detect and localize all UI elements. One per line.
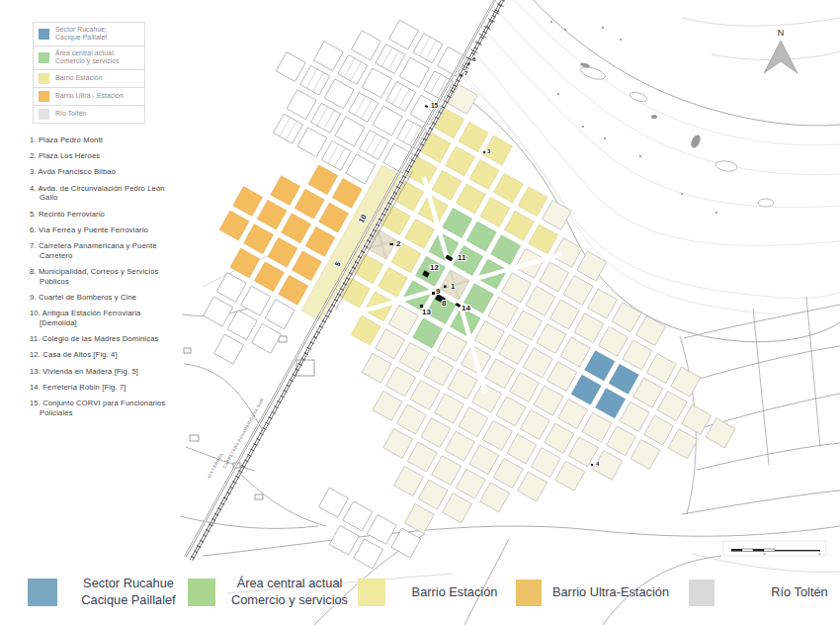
north-arrow-icon	[764, 41, 798, 73]
landmark-footprint	[461, 75, 462, 77]
legend-row: Barrio Ultra - Estación	[34, 87, 144, 105]
bottom-legend-swatch	[516, 580, 542, 606]
legend-label: Barrio Ultra - Estación	[55, 92, 124, 100]
location-item: 1. Plaza Pedro Montt	[30, 135, 176, 145]
bottom-legend-swatch	[188, 579, 215, 606]
legend-label: Barrio Estación	[55, 74, 103, 82]
map-marker-2: 2	[396, 239, 401, 248]
location-item: 3. Avda Francisco Bilbao	[30, 167, 176, 177]
landmark-footprint	[444, 286, 447, 289]
bottom-legend-item: Barrio Ultra-Estación	[516, 574, 670, 611]
legend-label: Río Toltén	[55, 110, 86, 118]
location-item: 11. Colegio de las Madres Dominicas	[30, 334, 176, 344]
landmark-footprint	[432, 292, 435, 295]
map-legend-panel: Sector Rucahue: Cacique PaillalefÁrea ce…	[33, 22, 145, 124]
legend-label: Sector Rucahue: Cacique Paillalef	[55, 26, 107, 43]
north-label: N	[778, 28, 785, 38]
map-marker-1: 1	[451, 282, 456, 291]
bottom-legend-label: Área central actualComercio y servicios	[225, 576, 354, 609]
map-marker-8: 8	[442, 299, 447, 308]
bottom-legend-swatch	[689, 580, 714, 606]
bottom-legend-label: Barrio Ultra-Estación	[551, 584, 670, 601]
landmark-footprint	[483, 151, 485, 153]
landmark-footprint	[591, 464, 593, 466]
map-marker-9: 9	[436, 287, 441, 296]
bottom-legend-swatch	[358, 579, 385, 606]
location-item: 10. Antigua Estación Ferroviaria [Demoli…	[30, 309, 176, 327]
legend-row: Barrio Estación	[34, 69, 144, 87]
legend-color-swatch	[39, 91, 49, 102]
map-marker-6: 6	[472, 56, 476, 62]
legend-color-swatch	[39, 73, 49, 84]
map-marker-7: 7	[464, 70, 468, 76]
bottom-legend-item: Barrio Estación	[358, 574, 514, 611]
location-item: 2. Plaza Los Heroes	[30, 151, 176, 161]
location-item: 4. Avda. de Circunvalación Pedro León Ga…	[30, 184, 176, 203]
location-item: 9. Cuartel de Bomberos y Cine	[30, 293, 176, 303]
bottom-legend-label: Río Toltén	[724, 584, 840, 601]
bottom-legend-item: Sector RucahueCacique Paillalef	[28, 574, 190, 611]
landmark-footprint	[468, 63, 470, 65]
legend-color-swatch	[39, 109, 49, 120]
location-item: 12. Casa de Altos [Fig. 4]	[30, 350, 176, 360]
location-item: 7. Carretera Panamericana y Puente Carre…	[30, 241, 176, 260]
bottom-legend-label: Sector RucahueCacique Paillalef	[67, 576, 190, 609]
map-marker-15: 15	[431, 102, 439, 109]
location-item: 13. Vivienda en Madera [Fig. 5]	[30, 367, 176, 377]
figure-canvas: VÍA FÉRREACARRETERA PANAMERICANA SUR1234…	[0, 0, 840, 625]
legend-row: Sector Rucahue: Cacique Paillalef	[34, 23, 144, 45]
bottom-legend-label: Barrio Estación	[395, 584, 514, 601]
bottom-legend-item: Área central actualComercio y servicios	[188, 574, 354, 611]
legend-row: Área central actual: Comercio y servicio…	[34, 45, 144, 69]
via-ferrea-label: VÍA FÉRREA	[207, 452, 224, 480]
map-marker-12: 12	[430, 263, 439, 272]
map-marker-14: 14	[462, 304, 470, 312]
legend-label: Área central actual: Comercio y servicio…	[55, 49, 120, 66]
map-marker-11: 11	[458, 253, 466, 262]
map-marker-13: 13	[422, 308, 431, 316]
location-item: 15. Conjunto CORVI para Funcionarios Pol…	[30, 399, 176, 417]
bottom-legend-swatch	[28, 579, 57, 606]
locations-list: 1. Plaza Pedro Montt2. Plaza Los Heroes3…	[30, 135, 176, 424]
landmark-footprint	[390, 243, 394, 245]
legend-row: Río Toltén	[34, 105, 144, 123]
legend-color-swatch	[39, 29, 49, 40]
location-item: 14. Ferretería Robin [Fig. 7]	[30, 383, 176, 393]
location-item: 6. Vía Ferrea y Puente Ferroviario	[30, 225, 176, 235]
location-item: 8. Municipalidad, Correos y Servicios Pú…	[30, 267, 176, 286]
scale-bar	[723, 541, 826, 556]
legend-color-swatch	[39, 52, 49, 63]
bottom-legend-item: Río Toltén	[689, 574, 840, 611]
location-item: 5. Recinto Ferroviario	[30, 210, 176, 220]
panamericana-label: CARRETERA PANAMERICANA SUR	[222, 398, 265, 470]
north-arrow: N	[764, 28, 798, 73]
